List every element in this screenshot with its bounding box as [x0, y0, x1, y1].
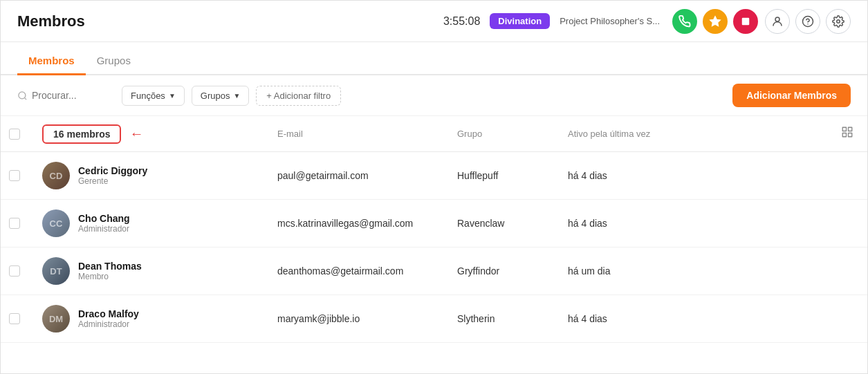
row-checkbox-cell — [1, 295, 31, 343]
member-info: Cho Chang Administrador — [78, 213, 130, 234]
member-role: Gerente — [78, 176, 147, 186]
funcoes-filter-button[interactable]: Funções ▼ — [122, 86, 185, 106]
row-member-cell: DT Dean Thomas Membro — [31, 247, 266, 295]
row-email-cell: deanthomas@getairmail.com — [266, 247, 446, 295]
svg-rect-1 — [742, 17, 750, 25]
svg-rect-9 — [849, 127, 852, 131]
table-row: CC Cho Chang Administrador mcs.katrinavi… — [1, 200, 867, 247]
row-last-active-cell: há 4 dias — [557, 295, 867, 343]
svg-rect-10 — [842, 133, 846, 137]
row-last-active-cell: há 4 dias — [557, 152, 867, 200]
header-time: 3:55:08 — [443, 15, 480, 28]
add-filter-button[interactable]: + Adicionar filtro — [256, 86, 341, 106]
header-action-icons — [672, 9, 758, 34]
member-count-badge: 16 membros — [42, 124, 121, 144]
header-project: Project Philosopher's S... — [560, 16, 660, 26]
table-header-last-active: Ativo pela última vez — [557, 116, 867, 152]
row-member-cell: CD Cedric Diggory Gerente — [31, 152, 266, 200]
stop-icon-button[interactable] — [733, 9, 758, 34]
search-icon — [17, 91, 28, 101]
member-name: Cho Chang — [78, 213, 130, 224]
tab-membros[interactable]: Membros — [17, 46, 86, 75]
member-role: Membro — [78, 272, 142, 281]
row-checkbox-cell — [1, 200, 31, 247]
table-row: DM Draco Malfoy Administrador maryamk@ji… — [1, 295, 867, 343]
avatar: DM — [42, 305, 70, 333]
call-icon-button[interactable] — [672, 9, 697, 34]
member-info: Dean Thomas Membro — [78, 261, 142, 281]
table-row: DT Dean Thomas Membro deanthomas@getairm… — [1, 247, 867, 295]
member-name: Dean Thomas — [78, 261, 142, 272]
row-last-active-cell: há um dia — [557, 247, 867, 295]
row-checkbox-cell — [1, 152, 31, 200]
row-email-cell: maryamk@jibble.io — [266, 295, 446, 343]
row-email-cell: mcs.katrinavillegas@gmail.com — [266, 200, 446, 247]
member-info: Draco Malfoy Administrador — [78, 308, 139, 329]
table-header-name: 16 membros ← — [31, 116, 266, 152]
row-last-active-cell: há 4 dias — [557, 200, 867, 247]
row-checkbox-cell — [1, 247, 31, 295]
header: Membros 3:55:08 Divination Project Philo… — [1, 1, 867, 42]
row-checkbox[interactable] — [9, 170, 20, 181]
search-input[interactable] — [32, 90, 115, 101]
member-role: Administrador — [78, 319, 139, 329]
table-header-checkbox — [1, 116, 31, 152]
row-checkbox[interactable] — [9, 265, 20, 277]
avatar: CD — [42, 162, 70, 189]
avatar: CC — [42, 209, 70, 237]
page-title: Membros — [17, 12, 85, 30]
members-table-container: 16 membros ← E-mail Grupo Ativo pela últ… — [1, 116, 867, 373]
app-container: Membros 3:55:08 Divination Project Philo… — [0, 0, 868, 374]
row-group-cell: Hufflepuff — [446, 152, 557, 200]
members-table: 16 membros ← E-mail Grupo Ativo pela últ… — [1, 116, 867, 343]
search-box — [17, 90, 115, 101]
tab-grupos[interactable]: Grupos — [86, 46, 142, 75]
avatar: DT — [42, 257, 70, 285]
svg-marker-0 — [710, 16, 721, 26]
member-name: Cedric Diggory — [78, 165, 147, 176]
header-badge: Divination — [490, 13, 550, 29]
tabs-bar: Membros Grupos — [1, 42, 867, 75]
column-settings-button[interactable] — [838, 123, 856, 144]
settings-icon-button[interactable] — [826, 9, 851, 34]
grupos-filter-button[interactable]: Grupos ▼ — [192, 86, 250, 106]
column-settings-icon — [841, 126, 853, 138]
help-icon-button[interactable] — [795, 9, 820, 34]
arrow-indicator-icon: ← — [129, 126, 143, 142]
funcoes-caret-icon: ▼ — [169, 92, 176, 100]
svg-point-5 — [837, 19, 840, 23]
add-member-button[interactable]: Adicionar Membros — [732, 84, 851, 107]
filters-bar: Funções ▼ Grupos ▼ + Adicionar filtro Ad… — [1, 75, 867, 116]
row-email-cell: paul@getairmail.com — [266, 152, 446, 200]
svg-line-7 — [24, 97, 26, 100]
select-all-checkbox[interactable] — [9, 129, 20, 140]
table-header-email: E-mail — [266, 116, 446, 152]
row-member-cell: CC Cho Chang Administrador — [31, 200, 266, 247]
row-group-cell: Ravenclaw — [446, 200, 557, 247]
svg-rect-11 — [849, 133, 852, 137]
header-right-icons — [765, 9, 851, 34]
table-row: CD Cedric Diggory Gerente paul@getairmai… — [1, 152, 867, 200]
svg-point-6 — [19, 91, 26, 98]
star-icon-button[interactable] — [703, 9, 728, 34]
svg-point-2 — [775, 17, 779, 21]
row-checkbox[interactable] — [9, 313, 20, 324]
row-group-cell: Gryffindor — [446, 247, 557, 295]
row-group-cell: Slytherin — [446, 295, 557, 343]
row-checkbox[interactable] — [9, 218, 20, 229]
member-name: Draco Malfoy — [78, 308, 139, 319]
svg-rect-8 — [842, 127, 846, 131]
user-icon-button[interactable] — [765, 9, 790, 34]
member-info: Cedric Diggory Gerente — [78, 165, 147, 186]
row-member-cell: DM Draco Malfoy Administrador — [31, 295, 266, 343]
grupos-caret-icon: ▼ — [233, 92, 240, 100]
table-header-group: Grupo — [446, 116, 557, 152]
member-role: Administrador — [78, 224, 130, 234]
